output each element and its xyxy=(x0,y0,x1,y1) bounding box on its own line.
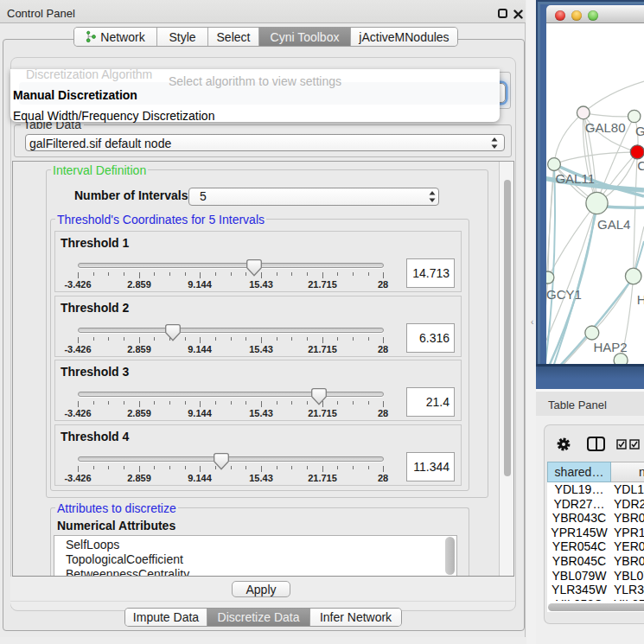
svg-text:GAL11: GAL11 xyxy=(555,171,595,186)
svg-text:C: C xyxy=(637,158,644,173)
svg-text:GAL4: GAL4 xyxy=(597,217,630,232)
svg-text:HA: HA xyxy=(637,292,644,307)
svg-text:GA: GA xyxy=(635,124,644,138)
svg-text:GCY1: GCY1 xyxy=(546,287,582,302)
svg-text:GAL80: GAL80 xyxy=(585,120,626,135)
svg-text:HAP2: HAP2 xyxy=(593,340,627,354)
